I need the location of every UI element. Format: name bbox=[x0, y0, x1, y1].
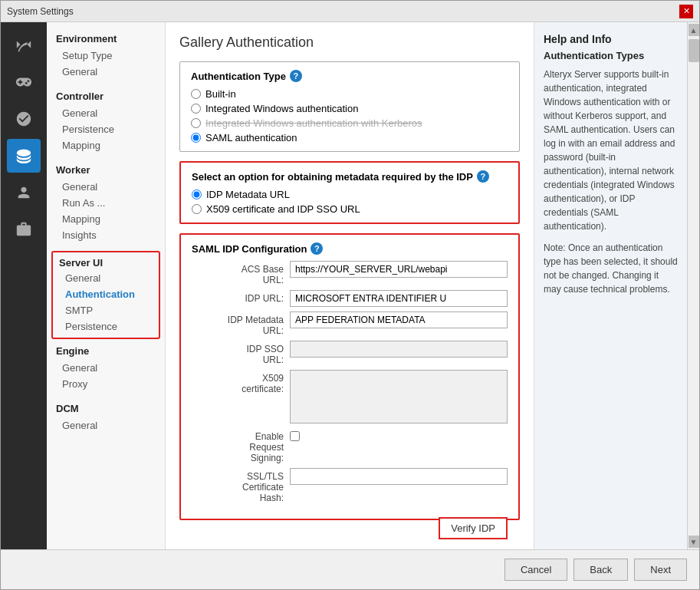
nav-section-controller: Controller General Persistence Mapping bbox=[47, 87, 165, 153]
metadata-section: Select an option for obtaining metadata … bbox=[179, 161, 520, 224]
back-button[interactable]: Back bbox=[573, 559, 628, 581]
sidebar-icon-worker[interactable] bbox=[7, 102, 41, 136]
idp-url-input[interactable] bbox=[290, 290, 508, 307]
nav-item-worker-general[interactable]: General bbox=[47, 179, 165, 195]
saml-config-section: SAML IDP Configuration ? ACS BaseURL: ID… bbox=[179, 233, 520, 520]
auth-type-section: Authentication Type ? Built-in Integrate… bbox=[179, 61, 520, 152]
radio-integrated-windows[interactable]: Integrated Windows authentication bbox=[191, 103, 508, 114]
radio-x509-label: X509 certificate and IDP SSO URL bbox=[206, 203, 360, 215]
scroll-thumb[interactable] bbox=[688, 39, 699, 62]
nav-section-dcm-title: DCM bbox=[47, 400, 165, 417]
nav-section-worker: Worker General Run As ... Mapping Insigh… bbox=[47, 161, 165, 243]
auth-type-label: Authentication Type ? bbox=[191, 70, 508, 82]
sidebar-icon-dcm[interactable] bbox=[7, 213, 41, 246]
radio-idp-metadata-url[interactable]: IDP Metadata URL bbox=[192, 189, 508, 200]
help-panel: Help and Info Authentication Types Alter… bbox=[534, 22, 687, 549]
radio-x509[interactable]: X509 certificate and IDP SSO URL bbox=[192, 203, 508, 215]
enable-signing-label: EnableRequestSigning: bbox=[192, 428, 284, 463]
idp-metadata-label: IDP MetadataURL: bbox=[192, 311, 284, 336]
nav-panel: Environment Setup Type General Controlle… bbox=[47, 22, 166, 549]
ssl-tls-container bbox=[290, 468, 508, 485]
help-subtitle: Authentication Types bbox=[544, 50, 678, 61]
ssl-tls-input[interactable] bbox=[290, 468, 508, 485]
footer: Cancel Back Next bbox=[1, 549, 699, 589]
cancel-button[interactable]: Cancel bbox=[504, 559, 567, 581]
nav-section-engine: Engine General Proxy bbox=[47, 342, 165, 392]
ssl-tls-label: SSL/TLSCertificateHash: bbox=[192, 468, 284, 503]
acs-url-input[interactable] bbox=[290, 261, 508, 278]
nav-item-controller-general[interactable]: General bbox=[47, 105, 165, 121]
main-window: System Settings ✕ bbox=[0, 0, 700, 590]
nav-item-persistence[interactable]: Persistence bbox=[47, 121, 165, 137]
auth-type-help-icon[interactable]: ? bbox=[290, 70, 302, 82]
close-button[interactable]: ✕ bbox=[679, 5, 693, 18]
page-title: Gallery Authentication bbox=[179, 35, 520, 51]
window-title: System Settings bbox=[7, 6, 74, 17]
nav-item-setup-type[interactable]: Setup Type bbox=[47, 48, 165, 64]
nav-item-run-as[interactable]: Run As ... bbox=[47, 195, 165, 211]
nav-item-authentication[interactable]: Authentication bbox=[53, 286, 159, 302]
idp-sso-label: IDP SSOURL: bbox=[192, 341, 284, 365]
radio-saml[interactable]: SAML authentication bbox=[191, 132, 508, 143]
nav-section-environment: Environment Setup Type General bbox=[47, 30, 165, 80]
nav-section-engine-title: Engine bbox=[47, 342, 165, 360]
acs-url-label: ACS BaseURL: bbox=[192, 261, 284, 285]
enable-signing-checkbox[interactable] bbox=[290, 431, 300, 441]
idp-sso-input[interactable] bbox=[290, 341, 508, 358]
sidebar-icon-engine[interactable] bbox=[7, 176, 41, 209]
verify-idp-button[interactable]: Verify IDP bbox=[439, 517, 508, 539]
saml-config-grid: ACS BaseURL: IDP URL: IDP MetadataURL: I… bbox=[192, 261, 508, 503]
sidebar-icon-controller[interactable] bbox=[7, 65, 41, 99]
help-body: Alteryx Server supports built-in authent… bbox=[544, 68, 678, 233]
saml-config-help-icon[interactable]: ? bbox=[311, 242, 323, 255]
nav-section-server-ui: Server UI General Authentication SMTP Pe… bbox=[51, 251, 160, 339]
nav-item-insights[interactable]: Insights bbox=[47, 227, 165, 243]
nav-item-worker-mapping[interactable]: Mapping bbox=[47, 211, 165, 227]
nav-item-server-ui-persistence[interactable]: Persistence bbox=[53, 318, 159, 335]
radio-saml-label: SAML authentication bbox=[205, 132, 297, 143]
auth-type-options: Built-in Integrated Windows authenticati… bbox=[191, 88, 508, 143]
metadata-options: IDP Metadata URL X509 certificate and ID… bbox=[192, 189, 508, 215]
next-button[interactable]: Next bbox=[634, 559, 687, 581]
sidebar bbox=[1, 22, 47, 549]
idp-url-label: IDP URL: bbox=[192, 290, 284, 304]
title-bar: System Settings ✕ bbox=[1, 1, 699, 22]
nav-section-controller-title: Controller bbox=[47, 87, 165, 105]
enable-signing-checkbox-container bbox=[290, 428, 508, 443]
radio-integrated-kerberos-label: Integrated Windows authentication with K… bbox=[205, 117, 422, 129]
radio-integrated-kerberos[interactable]: Integrated Windows authentication with K… bbox=[191, 117, 508, 129]
radio-built-in-label: Built-in bbox=[205, 88, 236, 100]
nav-section-environment-title: Environment bbox=[47, 30, 165, 48]
help-title: Help and Info bbox=[544, 33, 678, 45]
saml-config-label: SAML IDP Configuration ? bbox=[192, 242, 508, 255]
nav-item-smtp[interactable]: SMTP bbox=[53, 302, 159, 318]
nav-item-environment-general[interactable]: General bbox=[47, 64, 165, 80]
idp-metadata-input[interactable] bbox=[290, 311, 508, 328]
nav-item-engine-general[interactable]: General bbox=[47, 360, 165, 376]
nav-item-proxy[interactable]: Proxy bbox=[47, 376, 165, 392]
radio-idp-metadata-url-label: IDP Metadata URL bbox=[206, 189, 290, 200]
x509-cert-label: X509certificate: bbox=[192, 370, 284, 394]
nav-section-dcm: DCM General bbox=[47, 400, 165, 433]
nav-item-dcm-general[interactable]: General bbox=[47, 417, 165, 433]
nav-item-controller-mapping[interactable]: Mapping bbox=[47, 137, 165, 153]
radio-built-in[interactable]: Built-in bbox=[191, 88, 508, 100]
content-area: Environment Setup Type General Controlle… bbox=[1, 22, 699, 549]
sidebar-icon-server-ui[interactable] bbox=[7, 139, 41, 173]
nav-item-server-ui-general[interactable]: General bbox=[53, 270, 159, 286]
x509-cert-textarea[interactable] bbox=[290, 370, 508, 424]
scroll-track[interactable]: ▲ ▼ bbox=[687, 22, 699, 549]
help-note: Note: Once an authentication type has be… bbox=[544, 241, 678, 296]
metadata-label: Select an option for obtaining metadata … bbox=[192, 170, 508, 183]
nav-section-worker-title: Worker bbox=[47, 161, 165, 179]
radio-integrated-windows-label: Integrated Windows authentication bbox=[205, 103, 358, 114]
metadata-help-icon[interactable]: ? bbox=[477, 170, 489, 183]
nav-section-server-ui-title: Server UI bbox=[53, 255, 159, 270]
sidebar-icon-environment[interactable] bbox=[7, 28, 41, 62]
main-content: Gallery Authentication Authentication Ty… bbox=[166, 22, 534, 549]
